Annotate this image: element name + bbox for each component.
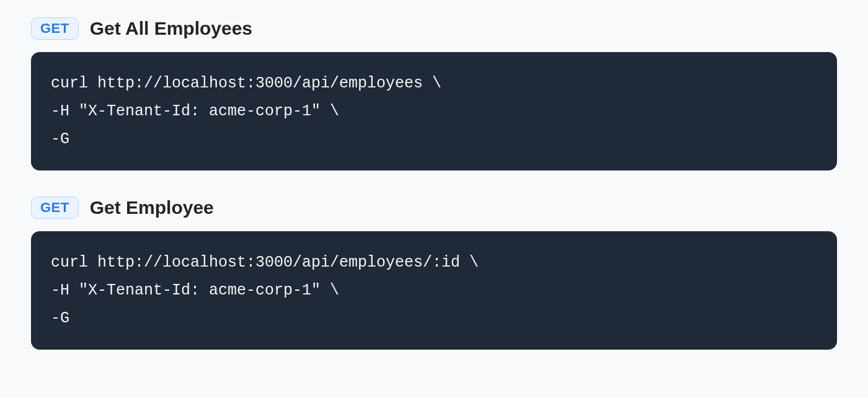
endpoint-get-employee: GET Get Employee curl http://localhost:3…: [31, 197, 837, 350]
code-block[interactable]: curl http://localhost:3000/api/employees…: [31, 231, 837, 350]
endpoint-title: Get All Employees: [90, 18, 252, 39]
http-method-badge: GET: [31, 17, 79, 40]
endpoint-header: GET Get All Employees: [31, 17, 837, 40]
http-method-badge: GET: [31, 197, 79, 219]
code-block[interactable]: curl http://localhost:3000/api/employees…: [31, 52, 837, 170]
endpoint-get-all-employees: GET Get All Employees curl http://localh…: [31, 17, 837, 170]
endpoint-title: Get Employee: [90, 197, 214, 218]
endpoint-header: GET Get Employee: [31, 197, 837, 219]
